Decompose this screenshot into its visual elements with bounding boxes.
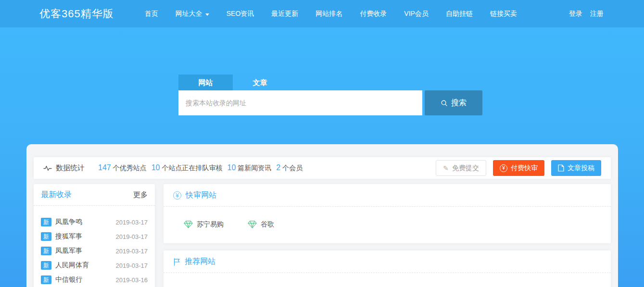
list-item-3: 新人民网体育2019-03-17 (41, 261, 148, 270)
site-date: 2019-03-16 (116, 276, 148, 284)
search-row: 搜索 (178, 90, 482, 115)
doc-icon (558, 164, 564, 172)
search-button[interactable]: 搜索 (425, 90, 482, 115)
fast-review-panel-header: ¥ 快审网站 (164, 184, 611, 206)
auth-links: 登录 注册 (569, 10, 604, 18)
site-name-link[interactable]: 中信银行 (55, 275, 116, 284)
register-link[interactable]: 注册 (590, 10, 604, 18)
flag-icon (173, 258, 180, 266)
stats-title: 数据统计 (56, 163, 85, 173)
fast-review-site-0[interactable]: 苏宁易购 (184, 220, 224, 229)
latest-panel-header: 最新收录 更多 (34, 184, 155, 205)
stat-item-0: 147个优秀站点 (98, 163, 147, 173)
stat-label: 个优秀站点 (113, 164, 147, 172)
fast-review-site-name: 苏宁易购 (197, 220, 224, 229)
paid-fast-review-button[interactable]: ¥付费快审 (493, 160, 544, 176)
stat-label: 个会员 (282, 164, 303, 172)
nav-item-4[interactable]: 网站排名 (307, 0, 351, 27)
stat-value: 2 (276, 163, 280, 172)
fast-review-site-1[interactable]: 谷歌 (248, 220, 274, 229)
site-date: 2019-03-17 (116, 219, 148, 226)
right-column: ¥ 快审网站 苏宁易购谷歌 推荐网站 (164, 184, 611, 287)
site-name-link[interactable]: 凤凰军事 (55, 247, 116, 255)
article-submit-button[interactable]: 文章投稿 (551, 160, 601, 176)
latest-panel-title: 最新收录 (41, 190, 72, 200)
list-item-0: 新凤凰争鸣2019-03-17 (41, 217, 148, 227)
fast-review-panel: ¥ 快审网站 苏宁易购谷歌 (164, 184, 611, 243)
site-date: 2019-03-17 (116, 233, 148, 240)
new-badge: 新 (41, 261, 51, 270)
search-tab-0[interactable]: 网站 (178, 75, 233, 90)
stats-items: 147个优秀站点10个站点正在排队审核10篇新闻资讯2个会员 (98, 163, 307, 173)
action-label: 免费提交 (452, 164, 479, 173)
stat-item-1: 10个站点正在排队审核 (152, 163, 223, 173)
site-date: 2019-03-17 (116, 262, 148, 269)
nav-item-8[interactable]: 链接买卖 (481, 0, 526, 27)
nav-item-0[interactable]: 首页 (136, 0, 167, 27)
hero-search-widget: 网站文章 搜索 (178, 75, 482, 115)
new-badge: 新 (41, 218, 51, 226)
new-badge: 新 (41, 247, 51, 255)
list-item-2: 新凤凰军事2019-03-17 (41, 246, 148, 256)
yuan-circle-icon: ¥ (173, 191, 181, 200)
yuan-icon: ¥ (500, 164, 507, 172)
list-item-4: 新中信银行2019-03-16 (41, 275, 148, 285)
new-badge: 新 (41, 232, 51, 241)
site-name-link[interactable]: 人民网体育 (55, 261, 116, 270)
nav-item-3[interactable]: 最近更新 (263, 0, 307, 27)
more-link[interactable]: 更多 (133, 190, 148, 200)
stat-value: 10 (227, 163, 236, 172)
recommended-panel-title: 推荐网站 (185, 257, 215, 267)
action-label: 文章投稿 (568, 164, 594, 173)
action-label: 付费快审 (511, 164, 538, 173)
new-badge: 新 (41, 275, 51, 284)
latest-site-list: 新凤凰争鸣2019-03-17新搜狐军事2019-03-17新凤凰军事2019-… (34, 206, 155, 287)
free-submit-button[interactable]: ✎免费提交 (436, 160, 486, 176)
main-container: 数据统计 147个优秀站点10个站点正在排队审核10篇新闻资讯2个会员 ✎免费提… (26, 144, 618, 287)
nav-item-7[interactable]: 自助挂链 (437, 0, 481, 27)
chevron-down-icon (202, 13, 209, 16)
main-nav: 首页网址大全SEO资讯最近更新网站排名付费收录VIP会员自助挂链链接买卖 (136, 0, 526, 27)
recommended-panel: 推荐网站 (164, 250, 611, 287)
stat-value: 10 (152, 163, 160, 172)
stat-item-3: 2个会员 (276, 163, 303, 173)
nav-item-6[interactable]: VIP会员 (395, 0, 437, 27)
fast-review-panel-title: 快审网站 (186, 190, 216, 200)
gem-icon (184, 221, 193, 228)
latest-panel: 最新收录 更多 新凤凰争鸣2019-03-17新搜狐军事2019-03-17新凤… (34, 184, 155, 287)
search-tab-1[interactable]: 文章 (233, 75, 287, 90)
nav-item-5[interactable]: 付费收录 (351, 0, 395, 27)
content-row: 最新收录 更多 新凤凰争鸣2019-03-17新搜狐军事2019-03-17新凤… (34, 184, 611, 287)
search-icon (441, 100, 448, 107)
stat-item-2: 10篇新闻资讯 (227, 163, 272, 173)
search-button-label: 搜索 (451, 98, 467, 108)
login-link[interactable]: 登录 (569, 10, 582, 18)
site-name-link[interactable]: 凤凰争鸣 (55, 218, 116, 226)
stats-title-group: 数据统计 (43, 163, 85, 173)
stat-label: 个站点正在排队审核 (162, 164, 223, 172)
fast-review-sites: 苏宁易购谷歌 (164, 207, 611, 243)
top-navigation-bar: 优客365精华版 首页网址大全SEO资讯最近更新网站排名付费收录VIP会员自助挂… (0, 0, 644, 27)
site-name-link[interactable]: 搜狐军事 (55, 232, 116, 241)
gem-icon (248, 221, 257, 228)
site-date: 2019-03-17 (116, 248, 148, 255)
search-tabs: 网站文章 (178, 75, 482, 90)
pencil-icon: ✎ (443, 164, 449, 172)
nav-item-2[interactable]: SEO资讯 (218, 0, 263, 27)
stat-value: 147 (98, 163, 111, 172)
list-item-1: 新搜狐军事2019-03-17 (41, 232, 148, 241)
nav-item-1[interactable]: 网址大全 (167, 0, 218, 27)
search-input[interactable] (178, 90, 422, 115)
site-logo[interactable]: 优客365精华版 (39, 7, 114, 21)
stat-label: 篇新闻资讯 (238, 164, 271, 172)
fast-review-site-name: 谷歌 (261, 220, 274, 229)
recommended-panel-body (164, 273, 611, 287)
recommended-panel-header: 推荐网站 (164, 250, 611, 273)
stats-bar: 数据统计 147个优秀站点10个站点正在排队审核10篇新闻资讯2个会员 ✎免费提… (34, 157, 611, 179)
pulse-icon (43, 165, 52, 172)
stats-actions: ✎免费提交¥付费快审文章投稿 (436, 160, 601, 176)
